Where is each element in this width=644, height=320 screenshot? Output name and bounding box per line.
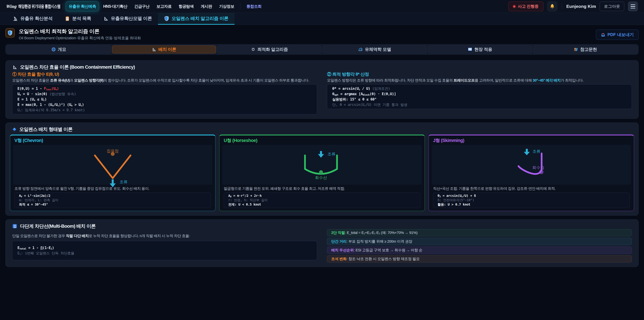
section-title: 오일펜스 차단 효율 이론 (Boom Containment Efficien… [20,64,135,70]
page-header: 오일펜스 배치 최적화 알고리즘 이론 Oil Boom Deployment … [5,28,639,41]
tab-references[interactable]: 참고문헌 [533,46,637,53]
nav-item-board[interactable]: 게시판 [198,2,215,11]
current-label: 조류 [532,149,540,154]
shape-title: J형 (Skimming) [432,138,631,143]
shape-formula: AV = L²·sin(2α)/2α: 반개각, L: 편측 길이최적 α = … [14,192,211,208]
shape-description: 말굽형으로 기름을 완전 포위. 폐쇄형 구조로 회수 효율 최고. 저조류 해… [222,186,422,191]
menu-button[interactable] [628,1,638,12]
tab-hydrodynamic-model[interactable]: 유체역학 모델 [323,46,427,53]
logout-button[interactable]: 로그아웃 [600,2,624,11]
shield-icon [164,16,169,21]
recovery-point-dot [539,170,544,174]
current-label: 조류 [120,180,128,184]
subtab-analysis-list[interactable]: 분석 목록 [59,13,97,25]
tab-field-application[interactable]: 현장 적용 [428,46,532,53]
section-title: 다단계 차단선(Multi-Boom) 배치 이론 [20,223,96,229]
multiboom-notes-column: 2단 직렬: E_total = E₁+E₂-E₁·E₂ (예: 70%+70%… [327,229,632,262]
recovery-point-label: 회수점 [532,165,544,170]
current-arrow-shaft [526,149,528,152]
open-book-icon [468,47,472,52]
section-title-row: 다단계 차단선(Multi-Boom) 배치 이론 [12,223,632,229]
sub-heading-efficiency-function: ① 차단 효율 함수 E(θ, U) [12,72,317,77]
tab-label: 참고문헌 [580,47,597,52]
efficiency-function-formula: E(θ,U) = 1 - Floss(Un)Un = U · sin(θ) (법… [12,84,317,114]
note-text: : E_total = E₁+E₂-E₁·E₂ (예: 70%+70% → 91… [345,230,418,235]
globe-icon [51,47,56,52]
skimming-boom-line [518,153,542,174]
export-icon [601,32,606,37]
shape-formula: θJ = arcsin(Uc/U) + δδ: 안전여유각(5°~10°)활용:… [433,192,630,208]
note-two-stage-series: 2단 직렬: E_total = E₁+E₂-E₁·E₂ (예: 70%+70%… [327,229,632,236]
collection-point-dot [111,152,115,156]
nav-item-aerial-search[interactable]: 항공탐색 [176,2,196,11]
note-label: 2단 직렬 [331,230,345,235]
skimming-diagram: 조류 회수점 [432,145,631,185]
shape-card-horseshoe: U형 (Horseshoe) 조류 회수선 말굽형으로 기름을 완전 포위. 폐… [219,135,425,211]
subtab-boom-algorithm-theory[interactable]: 오일펜스 배치 알고리즘 이론 [158,13,234,25]
horseshoe-diagram: 조류 회수선 [222,145,422,185]
note-text: : 부표 집적 방지를 위해 ≥ 200m 이격 권장 [346,239,412,244]
current-arrow-shaft [112,179,114,183]
optimal-angle-formula: θ* = arcsin(Uc / U) (임계조건)θopt = argmax … [327,84,632,109]
subtab-label: 오일펜스 배치 알고리즘 이론 [172,16,228,22]
recovery-point-dot [319,170,323,174]
shape-description: 직선+곡선 조합. 기름을 한쪽으로 편향 유도하여 집유. 강조류·연안 배치… [432,186,631,191]
topbar-right-controls: 사고 진행중 Eunjeong Kim 로그아웃 [508,1,638,12]
triangle-ruler-icon [152,47,156,52]
tab-overview[interactable]: 개요 [7,46,111,53]
tab-optimization-algorithm[interactable]: 최적화 알고리즘 [217,46,321,53]
section-title: 오일펜스 배치 형태별 이론 [19,126,72,132]
nav-item-reports[interactable]: 보고자료 [154,2,174,11]
tab-label: 최적화 알고리즘 [258,47,288,52]
nav-item-oil-spill-prediction[interactable]: 유출유 확산예측 [66,2,99,11]
wave-icon [358,47,363,52]
divider [562,3,562,10]
main-content: 오일펜스 배치 최적화 알고리즘 이론 Oil Boom Deployment … [0,28,644,274]
recovery-line-label: 회수선 [315,175,327,180]
page-title: 오일펜스 배치 최적화 알고리즘 이론 [19,28,141,35]
triangle-ruler-icon [12,65,17,70]
note-priority: 배치 우선순위: ESI 고등급 구역 보호 → 취수원 → 어항 순 [327,247,632,254]
multiboom-formula: Etotal = 1 - ∏(1-Ei)Ei: i번째 오일펜스 단독 차단효율 [12,241,317,260]
tab-deployment-theory[interactable]: 배치 이론 [112,46,216,53]
main-nav: 유출유 확산예측 HNS·대기확산 긴급구난 보고자료 항공탐색 게시판 기상정… [66,2,264,11]
section-containment-efficiency: 오일펜스 차단 효율 이론 (Boom Containment Efficien… [5,60,639,119]
shield-icon [8,30,13,36]
subtab-diffusion-model-theory[interactable]: 유출유확산모델 이론 [97,13,158,25]
status-dot-icon [513,5,515,8]
shape-title: U형 (Horseshoe) [222,138,422,143]
chevron-diagram: 집유점 조류 [13,145,212,185]
current-arrow-head [524,152,530,155]
note-text: : 창조·낙조 전환 시 오일펜스 방향 재조정 필요 [346,256,420,261]
note-spacing: 단간 거리: 부표 집적 방지를 위해 ≥ 200m 이격 권장 [327,238,632,245]
hamburger-icon [630,4,635,5]
sub-tab-bar: 유출유 확산분석 분석 목록 유출유확산모델 이론 오일펜스 배치 알고리즘 이… [0,13,644,25]
notifications-button[interactable] [547,1,558,12]
page-title-block: 오일펜스 배치 최적화 알고리즘 이론 Oil Boom Deployment … [19,28,141,41]
nav-item-weather[interactable]: 기상정보 [216,2,237,11]
shape-title: V형 (Chevron) [13,138,212,143]
efficiency-function-column: ① 차단 효율 함수 E(θ, U) 오일펜스의 차단 효율은 조류 유속(U)… [12,70,317,114]
gear-icon [251,47,256,52]
nav-item-emergency-rescue[interactable]: 긴급구난 [132,2,152,11]
nav-item-hns-air-diffusion[interactable]: HNS·대기확산 [100,2,130,11]
pdf-export-button[interactable]: PDF 내보내기 [596,30,639,40]
nav-item-integrated-search[interactable]: 통합조회 [244,2,264,11]
input-numbers-icon [12,224,17,229]
chevron-diagram-svg: 집유점 조류 [13,145,212,185]
efficiency-function-paragraph: 오일펜스의 차단 효율은 조류 유속(U)과 오일펜스 방향각(θ)의 함수입니… [12,78,317,83]
app-logo: Wing [6,4,16,9]
shape-card-chevron: V형 (Chevron) 집유점 조류 조류 방향 정면에서 양측으로 펼친 V… [10,135,216,211]
subtab-label: 유출유 확산분석 [20,16,53,22]
section-title-row: 오일펜스 차단 효율 이론 (Boom Containment Efficien… [12,64,632,70]
bell-icon [550,4,555,9]
horseshoe-diagram-svg: 조류 회수선 [222,145,422,185]
skimming-diagram-svg: 조류 회수점 [432,145,631,185]
note-label: 배치 우선순위 [331,248,354,253]
current-arrow-shaft [320,151,322,154]
note-label: 단간 거리 [331,239,346,244]
incident-status-badge[interactable]: 사고 진행중 [508,2,544,11]
subtab-spill-analysis[interactable]: 유출유 확산분석 [7,13,59,25]
tab-label: 유체역학 모델 [365,47,391,52]
note-text: : ESI 고등급 구역 보호 → 취수원 → 어항 순 [354,248,422,253]
